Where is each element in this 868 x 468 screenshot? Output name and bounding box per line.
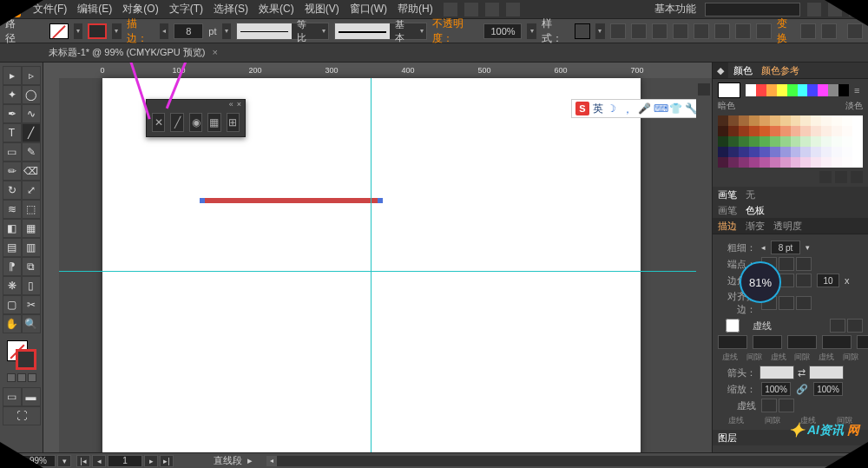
stroke-swatch[interactable] xyxy=(88,23,107,39)
align-outside-icon[interactable] xyxy=(796,296,812,310)
search-input[interactable] xyxy=(705,3,800,16)
ime-mic-icon[interactable]: 🎤 xyxy=(638,102,650,115)
weight-increment[interactable]: ▾ xyxy=(806,243,810,252)
eraser-tool[interactable]: ⌫ xyxy=(22,161,41,181)
align-m-icon[interactable] xyxy=(714,23,730,39)
profile-btn1[interactable] xyxy=(761,399,777,412)
dash-checkbox[interactable] xyxy=(718,319,747,333)
ime-lang[interactable]: 英 xyxy=(593,102,603,116)
type-tool[interactable]: T xyxy=(3,123,22,142)
stroke-size-up[interactable]: ▾ xyxy=(222,23,232,39)
fill-swatch[interactable] xyxy=(49,23,69,39)
floating-brush-panel[interactable]: «× ✕ ╱ ◉ ▦ ⊞ xyxy=(146,99,246,137)
menu-effect[interactable]: 效果(C) xyxy=(255,0,298,18)
cap-square-icon[interactable] xyxy=(796,257,812,271)
blend-tool[interactable]: ⧉ xyxy=(22,257,41,276)
hand-tool[interactable]: ✋ xyxy=(3,314,22,333)
magic-wand-tool[interactable]: ✦ xyxy=(3,85,22,104)
stroke-label[interactable]: 描边： xyxy=(127,16,155,46)
guide-vertical[interactable] xyxy=(371,78,372,452)
stroke-dropdown[interactable]: ▾ xyxy=(112,23,122,39)
stroke-subtab[interactable]: 描边 xyxy=(718,220,737,233)
menu-view[interactable]: 视图(V) xyxy=(301,0,343,18)
menu-select[interactable]: 选择(S) xyxy=(210,0,252,18)
brush-label-tab[interactable]: 画笔 xyxy=(718,188,737,201)
swatch-panel-tab[interactable]: 色板 xyxy=(746,204,765,217)
brush-slot-spiral[interactable]: ◉ xyxy=(189,113,202,132)
arrow-end-select[interactable] xyxy=(809,366,844,379)
symbol-tool[interactable]: ❋ xyxy=(3,276,22,295)
opacity-dropdown[interactable]: ▾ xyxy=(527,23,536,39)
color-mode-icons[interactable] xyxy=(7,373,36,382)
line-tool[interactable]: ╱ xyxy=(22,123,41,142)
style-dropdown[interactable]: ▾ xyxy=(595,23,605,39)
arrow-scale-start[interactable] xyxy=(761,382,791,396)
brush-slot-grid[interactable]: ▦ xyxy=(207,113,220,132)
sync-icon[interactable] xyxy=(807,3,821,16)
slice-tool[interactable]: ✂ xyxy=(22,295,41,314)
gap1[interactable] xyxy=(753,335,782,349)
stroke-color-swatch[interactable] xyxy=(16,349,36,370)
zoom-tool[interactable]: 🔍 xyxy=(22,314,41,333)
gradient-subtab[interactable]: 渐变 xyxy=(746,220,765,233)
brush-panel-tab[interactable]: 画笔 xyxy=(718,204,737,217)
ime-keyboard-icon[interactable]: ⌨ xyxy=(654,102,666,115)
brush-selector[interactable]: 基本 ▾ xyxy=(334,23,427,40)
menu-edit[interactable]: 编辑(E) xyxy=(74,0,115,18)
base-color-swatch[interactable] xyxy=(718,82,740,98)
edit-colors-icon[interactable] xyxy=(851,171,863,183)
shape-builder-tool[interactable]: ◧ xyxy=(3,219,22,238)
tab-close-icon[interactable]: × xyxy=(212,47,217,57)
profile-selector[interactable]: 等比 ▾ xyxy=(236,23,329,40)
color-panel-tab[interactable]: 颜色 xyxy=(733,64,753,77)
guide-horizontal[interactable] xyxy=(59,271,712,272)
profile-btn2[interactable] xyxy=(779,399,794,412)
artboard-prev-icon[interactable]: ◂ xyxy=(92,455,106,467)
curvature-tool[interactable]: ∿ xyxy=(22,104,41,123)
brush-opt2-icon[interactable] xyxy=(852,189,863,200)
bridge-icon[interactable] xyxy=(444,3,457,16)
rotate-tool[interactable]: ↻ xyxy=(3,181,22,200)
panel-collapse-icon[interactable]: « xyxy=(229,100,233,109)
opacity-label[interactable]: 不透明度： xyxy=(432,16,478,46)
menu-help[interactable]: 帮助(H) xyxy=(394,0,437,18)
st-icon[interactable] xyxy=(485,3,499,16)
ime-settings-icon[interactable]: 🔧 xyxy=(685,102,697,115)
distribute-icon[interactable] xyxy=(756,23,772,39)
screen-mode-full[interactable]: ▬ xyxy=(22,387,41,406)
ime-moon-icon[interactable]: ☽ xyxy=(607,102,619,115)
menu-window[interactable]: 窗口(W) xyxy=(346,0,391,18)
arrow-start-select[interactable] xyxy=(760,366,794,379)
lasso-tool[interactable]: ◯ xyxy=(22,85,41,104)
scale-tool[interactable]: ⤢ xyxy=(22,181,41,200)
drawn-line-object[interactable] xyxy=(202,198,380,203)
pencil-tool[interactable]: ✏ xyxy=(3,161,22,181)
screen-mode-normal[interactable]: ▭ xyxy=(3,387,22,406)
style-swatch[interactable] xyxy=(575,23,590,39)
layer-panel-tab[interactable]: 图层 xyxy=(718,432,737,445)
brush-tool[interactable]: ✎ xyxy=(22,142,41,161)
selection-info-dropdown[interactable]: ▸ xyxy=(247,455,253,466)
document-tab[interactable]: 未标题-1* @ 99% (CMYK/GPU 预览)× xyxy=(43,44,223,61)
br-icon[interactable] xyxy=(464,3,478,16)
ime-toolbar[interactable]: S 英 ☽ ， 🎤 ⌨ 👕 🔧 xyxy=(571,99,701,118)
panel-expand-icon[interactable]: ◆ xyxy=(713,63,728,78)
align-inside-icon[interactable] xyxy=(779,296,794,310)
mesh-tool[interactable]: ▤ xyxy=(3,238,22,257)
align-c-icon[interactable] xyxy=(652,23,667,39)
brush-slot-x[interactable]: ✕ xyxy=(152,113,165,132)
dash2[interactable] xyxy=(787,335,817,349)
dash-align-icon[interactable] xyxy=(847,319,863,333)
corner-bevel-icon[interactable] xyxy=(796,274,812,287)
ime-skin-icon[interactable]: 👕 xyxy=(669,102,681,115)
menu-text[interactable]: 文字(T) xyxy=(166,0,207,18)
transparency-subtab[interactable]: 透明度 xyxy=(773,220,802,233)
graph-tool[interactable]: ▯ xyxy=(22,276,41,295)
zoom-in-icon[interactable]: ▾ xyxy=(57,455,71,467)
gap2[interactable] xyxy=(822,335,852,349)
brush-opt-icon[interactable] xyxy=(833,189,844,200)
harmony-bar[interactable] xyxy=(746,84,849,96)
width-tool[interactable]: ≋ xyxy=(3,200,22,219)
align-b-icon[interactable] xyxy=(735,23,751,39)
fill-stroke-picker[interactable] xyxy=(7,340,36,370)
